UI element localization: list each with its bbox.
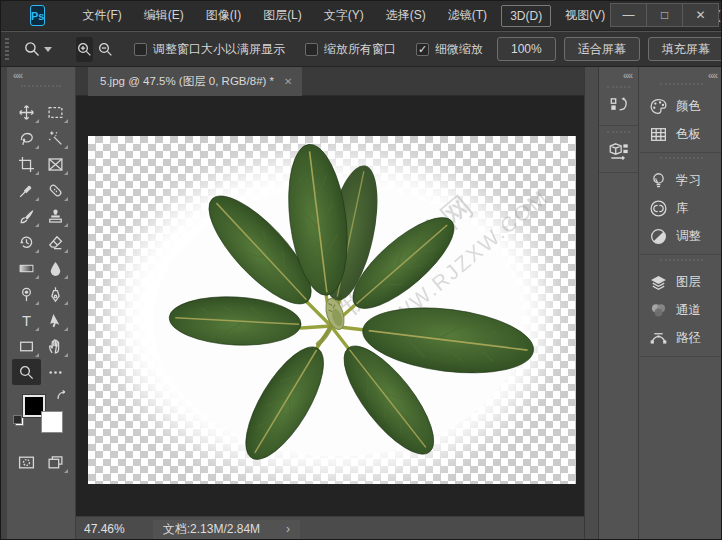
checkbox-unchecked[interactable] bbox=[134, 43, 147, 56]
history-icon bbox=[599, 95, 638, 117]
screen-mode-button[interactable] bbox=[41, 449, 70, 475]
menu-filter[interactable]: 滤镜(T) bbox=[437, 3, 498, 28]
menu-image[interactable]: 图像(I) bbox=[195, 3, 252, 28]
brush-tool[interactable] bbox=[12, 203, 41, 229]
panel-drag-handle[interactable] bbox=[607, 131, 630, 136]
spot-healing-brush-tool[interactable] bbox=[41, 177, 70, 203]
history-panel-button[interactable] bbox=[599, 81, 638, 126]
frame-tool[interactable] bbox=[41, 151, 70, 177]
fill-screen-button[interactable]: 填充屏幕 bbox=[648, 37, 722, 61]
panel-tab-adjustments[interactable]: 调整 bbox=[640, 222, 722, 250]
canvas-background: 软件自学网 WWW.RJZXW.COM bbox=[76, 96, 584, 516]
current-tool-dropdown[interactable] bbox=[23, 40, 52, 58]
collapsed-panel-rail: «« bbox=[599, 67, 639, 540]
minimize-button[interactable]: — bbox=[610, 3, 647, 27]
menu-3d[interactable]: 3D(D) bbox=[501, 5, 551, 27]
panel-tab-paths[interactable]: 路径 bbox=[640, 324, 722, 352]
path-selection-tool[interactable] bbox=[41, 307, 70, 333]
menu-edit[interactable]: 编辑(E) bbox=[133, 3, 195, 28]
lasso-tool[interactable] bbox=[12, 125, 41, 151]
panel-dock: «« 颜色 色板 学习 库 调整 bbox=[640, 67, 722, 540]
move-tool[interactable] bbox=[12, 99, 41, 125]
zoom-out-button[interactable] bbox=[97, 37, 114, 62]
zoom-percent-field[interactable]: 47.46% bbox=[84, 522, 125, 536]
panel-tab-color[interactable]: 颜色 bbox=[640, 92, 722, 120]
close-tab-icon[interactable]: ✕ bbox=[284, 76, 292, 87]
clone-stamp-tool[interactable] bbox=[41, 203, 70, 229]
gradient-tool[interactable] bbox=[12, 255, 41, 281]
collapse-panel-icon[interactable]: «« bbox=[7, 67, 75, 81]
panel-group-layers: 图层 通道 路径 bbox=[640, 259, 722, 357]
svg-text:T: T bbox=[22, 312, 31, 328]
status-bar: 47.46% 文档:2.13M/2.84M › bbox=[76, 516, 584, 540]
dodge-tool[interactable] bbox=[12, 281, 41, 307]
maximize-button[interactable]: □ bbox=[646, 3, 683, 27]
default-colors-icon[interactable] bbox=[15, 417, 24, 426]
panel-tab-libraries[interactable]: 库 bbox=[640, 194, 722, 222]
panel-group-learn: 学习 库 调整 bbox=[640, 157, 722, 255]
fit-screen-button[interactable]: 适合屏幕 bbox=[564, 37, 640, 61]
menu-view[interactable]: 视图(V) bbox=[554, 3, 616, 28]
panel-drag-handle[interactable] bbox=[21, 85, 61, 90]
quick-selection-tool[interactable] bbox=[41, 125, 70, 151]
layers-icon bbox=[649, 273, 668, 292]
zoom-100-button[interactable]: 100% bbox=[497, 37, 556, 61]
photoshop-window: Ps 文件(F) 编辑(E) 图像(I) 图层(L) 文字(Y) 选择(S) 滤… bbox=[0, 0, 722, 540]
menu-layer[interactable]: 图层(L) bbox=[252, 3, 313, 28]
tools-panel: «« bbox=[1, 67, 76, 540]
eyedropper-tool[interactable] bbox=[12, 177, 41, 203]
canvas-image[interactable]: 软件自学网 WWW.RJZXW.COM bbox=[88, 136, 576, 484]
panel-drag-handle[interactable] bbox=[607, 86, 630, 91]
crop-tool[interactable] bbox=[12, 151, 41, 177]
pen-tool[interactable] bbox=[41, 281, 70, 307]
panel-tab-swatches[interactable]: 色板 bbox=[640, 120, 722, 148]
panel-drag-handle[interactable] bbox=[660, 83, 703, 88]
collapse-panels-icon[interactable]: «« bbox=[599, 67, 638, 81]
resize-windows-checkbox[interactable]: 调整窗口大小以满屏显示 bbox=[134, 41, 285, 58]
eraser-tool[interactable] bbox=[41, 229, 70, 255]
document-area: 5.jpg @ 47.5% (图层 0, RGB/8#) * ✕ bbox=[76, 67, 584, 540]
panel-drag-handle[interactable] bbox=[660, 157, 703, 162]
panel-tab-learn[interactable]: 学习 bbox=[640, 166, 722, 194]
menu-file[interactable]: 文件(F) bbox=[71, 3, 132, 28]
checkbox-checked[interactable]: ✓ bbox=[416, 43, 429, 56]
document-tab[interactable]: 5.jpg @ 47.5% (图层 0, RGB/8#) * ✕ bbox=[88, 67, 302, 96]
panel-tab-channels[interactable]: 通道 bbox=[640, 296, 722, 324]
zoom-in-button[interactable] bbox=[76, 37, 93, 62]
options-grip[interactable] bbox=[5, 38, 9, 60]
window-controls: — □ ✕ bbox=[611, 3, 719, 27]
background-color[interactable] bbox=[41, 411, 63, 433]
properties-icon bbox=[599, 140, 638, 164]
collapse-panels-icon[interactable]: «« bbox=[640, 67, 722, 81]
libraries-icon bbox=[649, 199, 668, 218]
checkbox-unchecked[interactable] bbox=[305, 43, 318, 56]
blur-tool[interactable] bbox=[41, 255, 70, 281]
type-tool[interactable]: T bbox=[12, 307, 41, 333]
status-chevron-icon[interactable]: › bbox=[286, 522, 290, 536]
menu-select[interactable]: 选择(S) bbox=[375, 3, 437, 28]
history-brush-tool[interactable] bbox=[12, 229, 41, 255]
close-button[interactable]: ✕ bbox=[682, 3, 719, 27]
menu-type[interactable]: 文字(Y) bbox=[313, 3, 375, 28]
channels-icon bbox=[649, 301, 668, 320]
hand-tool[interactable] bbox=[41, 333, 70, 359]
panel-drag-handle[interactable] bbox=[660, 259, 703, 264]
adjustments-icon bbox=[649, 227, 668, 246]
photoshop-logo-icon: Ps bbox=[30, 5, 45, 26]
color-icon bbox=[649, 97, 668, 116]
rectangle-shape-tool[interactable] bbox=[12, 333, 41, 359]
document-tab-bar: 5.jpg @ 47.5% (图层 0, RGB/8#) * ✕ bbox=[76, 67, 584, 96]
zoom-all-windows-checkbox[interactable]: 缩放所有窗口 bbox=[305, 41, 396, 58]
properties-panel-button[interactable] bbox=[599, 126, 638, 173]
quick-mask-button[interactable] bbox=[12, 449, 41, 475]
edit-toolbar-button[interactable] bbox=[41, 359, 70, 385]
swap-colors-icon[interactable] bbox=[55, 389, 69, 403]
panel-tab-layers[interactable]: 图层 bbox=[640, 268, 722, 296]
chevron-down-icon bbox=[44, 47, 52, 52]
scrubby-zoom-checkbox[interactable]: ✓ 细微缩放 bbox=[416, 41, 483, 58]
paths-icon bbox=[649, 329, 668, 348]
learn-icon bbox=[649, 171, 668, 190]
canvas-right-gutter bbox=[584, 67, 599, 540]
zoom-tool[interactable] bbox=[12, 359, 41, 385]
rectangular-marquee-tool[interactable] bbox=[41, 99, 70, 125]
